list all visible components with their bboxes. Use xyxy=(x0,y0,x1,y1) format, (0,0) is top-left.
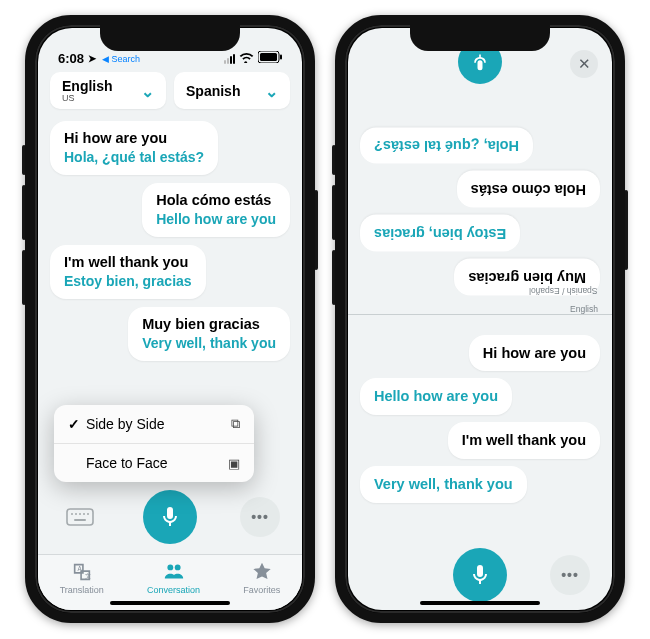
bottom-controls: ••• xyxy=(348,540,612,610)
microphone-button[interactable] xyxy=(143,490,197,544)
tab-conversation[interactable]: Conversation xyxy=(147,561,200,595)
svg-rect-9 xyxy=(74,519,86,521)
svg-point-7 xyxy=(83,513,85,515)
language-picker-target[interactable]: Spanish ⌄ xyxy=(174,72,290,109)
svg-rect-2 xyxy=(280,55,282,60)
home-indicator[interactable] xyxy=(420,601,540,605)
phone-left: 6:08 ➤ ◀ Search xyxy=(25,15,315,623)
location-icon: ➤ xyxy=(88,53,96,64)
translation-text: Hello how are you xyxy=(156,210,276,228)
message-bubble[interactable]: I'm well thank youEstoy bien, gracias xyxy=(50,245,206,299)
chevron-down-icon: ⌄ xyxy=(141,82,154,101)
mode-glyph-icon: ▣ xyxy=(228,456,240,471)
phone-right: ✕ Muy bien graciasEstoy bien, graciasHol… xyxy=(335,15,625,623)
notch xyxy=(100,25,240,51)
svg-point-5 xyxy=(75,513,77,515)
input-row: ••• xyxy=(38,480,302,554)
status-time: 6:08 xyxy=(58,51,84,66)
notch xyxy=(410,25,550,51)
translation-text: Hola, ¿qué tal estás? xyxy=(64,148,204,166)
microphone-button[interactable] xyxy=(453,548,507,602)
svg-text:A: A xyxy=(77,565,82,572)
tab-label: Translation xyxy=(60,585,104,595)
check-icon: ✓ xyxy=(68,416,82,432)
message-bubble[interactable]: Hi how are youHola, ¿qué tal estás? xyxy=(50,121,218,175)
local-half[interactable]: Hi how are youHello how are youI'm well … xyxy=(348,331,612,541)
bubble-text: Hi how are you xyxy=(483,344,586,363)
translation-text: Estoy bien, gracias xyxy=(64,272,192,290)
battery-icon xyxy=(258,51,282,66)
message-bubble[interactable]: Muy bien graciasVery well, thank you xyxy=(128,307,290,361)
top-language-label: Spanish / Español xyxy=(529,286,598,296)
more-button[interactable]: ••• xyxy=(240,497,280,537)
cellular-icon xyxy=(224,54,235,64)
bubble-text: Very well, thank you xyxy=(374,475,513,494)
view-mode-option[interactable]: Face to Face▣ xyxy=(54,444,254,482)
source-text: Muy bien gracias xyxy=(142,315,276,334)
tab-label: Favorites xyxy=(243,585,280,595)
bubble-text: Hola cómo estás xyxy=(471,180,586,199)
svg-rect-3 xyxy=(67,509,93,525)
close-button[interactable]: ✕ xyxy=(570,50,598,78)
close-icon: ✕ xyxy=(578,55,591,73)
chevron-down-icon: ⌄ xyxy=(265,82,278,101)
source-text: I'm well thank you xyxy=(64,253,192,272)
mode-glyph-icon: ⧉ xyxy=(231,416,240,432)
language-row: EnglishUS ⌄ Spanish ⌄ xyxy=(38,68,302,117)
bubble-text: Estoy bien, gracias xyxy=(374,224,506,243)
svg-point-6 xyxy=(79,513,81,515)
face-to-face-split: Muy bien graciasEstoy bien, graciasHola … xyxy=(348,90,612,540)
message-bubble[interactable]: Hi how are you xyxy=(469,335,600,372)
keyboard-icon[interactable] xyxy=(60,501,100,533)
message-bubble[interactable]: Hola, ¿qué tal estás? xyxy=(360,127,533,164)
bubble-text: Hola, ¿qué tal estás? xyxy=(374,136,519,155)
message-bubble[interactable]: Hola cómo estásHello how are you xyxy=(142,183,290,237)
message-bubble[interactable]: Hola cómo estás xyxy=(457,171,600,208)
back-to-search[interactable]: ◀ Search xyxy=(102,54,140,64)
svg-text:文: 文 xyxy=(84,572,90,579)
wifi-icon xyxy=(239,52,254,66)
message-bubble[interactable]: I'm well thank you xyxy=(448,422,600,459)
message-bubble[interactable]: Hello how are you xyxy=(360,378,512,415)
source-text: Hi how are you xyxy=(64,129,204,148)
tab-favorites[interactable]: Favorites xyxy=(243,561,280,595)
svg-rect-1 xyxy=(260,53,277,61)
svg-point-12 xyxy=(167,564,173,570)
svg-point-13 xyxy=(174,564,180,570)
home-indicator[interactable] xyxy=(110,601,230,605)
svg-point-8 xyxy=(87,513,89,515)
message-bubble[interactable]: Estoy bien, gracias xyxy=(360,215,520,252)
tab-translation[interactable]: A文Translation xyxy=(60,561,104,595)
tab-label: Conversation xyxy=(147,585,200,595)
bubble-text: Muy bien gracias xyxy=(468,268,586,287)
translation-text: Very well, thank you xyxy=(142,334,276,352)
svg-point-4 xyxy=(71,513,73,515)
language-picker-source[interactable]: EnglishUS ⌄ xyxy=(50,72,166,109)
source-text: Hola cómo estás xyxy=(156,191,276,210)
bubble-text: I'm well thank you xyxy=(462,431,586,450)
message-bubble[interactable]: Very well, thank you xyxy=(360,466,527,503)
split-divider xyxy=(348,314,612,315)
remote-half[interactable]: Muy bien graciasEstoy bien, graciasHola … xyxy=(348,90,612,300)
view-mode-option[interactable]: ✓ Side by Side⧉ xyxy=(54,405,254,444)
view-mode-menu: ✓ Side by Side⧉ Face to Face▣ xyxy=(54,405,254,482)
bubble-text: Hello how are you xyxy=(374,387,498,406)
bottom-language-label: English xyxy=(570,304,598,314)
more-button[interactable]: ••• xyxy=(550,555,590,595)
